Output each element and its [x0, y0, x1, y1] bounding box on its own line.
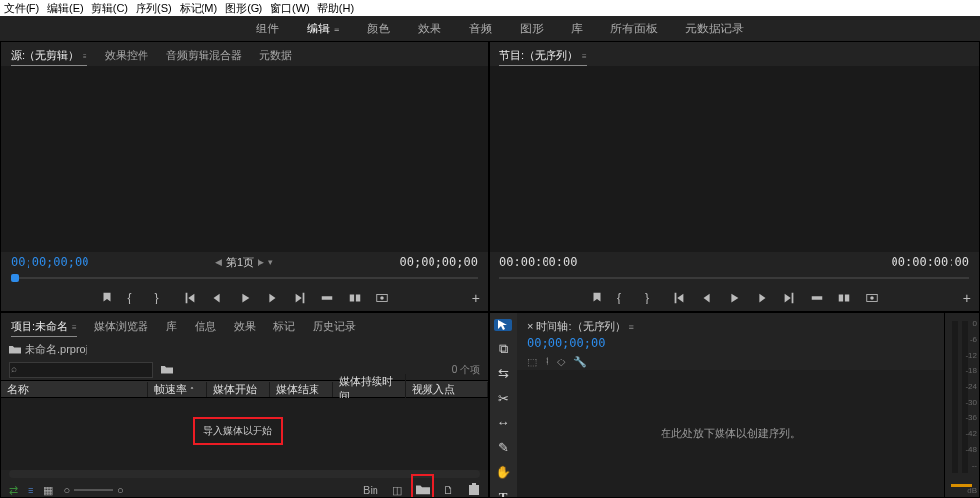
source-scrub-bar[interactable] — [1, 272, 488, 284]
chevron-right-icon[interactable]: ▶ — [258, 257, 264, 267]
tab-metadata[interactable]: 元数据 — [259, 48, 292, 63]
col-fps[interactable]: 帧速率 ˄ — [148, 382, 207, 397]
mark-in-icon[interactable]: { — [128, 291, 142, 304]
source-page-nav[interactable]: ◀ 第1页 ▶ ▾ — [215, 255, 273, 270]
overwrite-icon[interactable] — [348, 291, 362, 304]
ws-allpanels[interactable]: 所有面板 — [610, 21, 658, 37]
new-bin-icon[interactable] — [416, 483, 430, 497]
tab-effect-controls[interactable]: 效果控件 — [105, 48, 148, 63]
hamburger-icon[interactable]: ≡ — [582, 52, 587, 61]
tab-project[interactable]: 项目:未命名≡ — [11, 319, 77, 334]
menu-sequence[interactable]: 序列(S) — [136, 1, 172, 16]
ws-metadata[interactable]: 元数据记录 — [685, 21, 744, 37]
tab-source[interactable]: 源:（无剪辑）≡ — [11, 48, 87, 63]
source-viewport[interactable] — [1, 66, 488, 252]
play-icon[interactable] — [238, 291, 252, 304]
trash-icon[interactable] — [468, 482, 480, 498]
settings-wrench-icon[interactable]: 🔧 — [573, 356, 587, 368]
hamburger-icon[interactable]: ≡ — [629, 322, 634, 332]
track-select-tool-icon[interactable]: ⧉ — [494, 341, 512, 357]
go-in-icon[interactable] — [672, 291, 686, 304]
menu-graphics[interactable]: 图形(G) — [225, 1, 262, 16]
hamburger-icon[interactable]: ≡ — [83, 52, 87, 61]
type-tool-icon[interactable]: T — [494, 489, 512, 498]
marker-icon[interactable] — [590, 291, 604, 304]
menu-window[interactable]: 窗口(W) — [270, 1, 310, 16]
export-frame-icon[interactable] — [375, 291, 389, 304]
snap-icon[interactable]: ⬚ — [527, 356, 537, 368]
project-h-scrollbar[interactable] — [9, 470, 480, 478]
timeline-drop-area[interactable]: 在此处放下媒体以创建序列。 — [517, 370, 944, 497]
ws-audio[interactable]: 音频 — [469, 21, 492, 37]
ws-libraries[interactable]: 库 — [571, 21, 583, 37]
step-forward-icon[interactable] — [265, 291, 279, 304]
insert-icon[interactable] — [320, 291, 334, 304]
selection-tool-icon[interactable] — [494, 319, 512, 331]
ws-assembly[interactable]: 组件 — [256, 21, 279, 37]
chevron-down-icon[interactable]: ▾ — [268, 257, 273, 267]
pen-tool-icon[interactable]: ✎ — [494, 440, 512, 455]
menu-edit[interactable]: 编辑(E) — [47, 1, 84, 16]
ws-graphics[interactable]: 图形 — [520, 21, 544, 37]
menu-help[interactable]: 帮助(H) — [317, 1, 354, 16]
hand-tool-icon[interactable]: ✋ — [494, 465, 512, 479]
tab-history[interactable]: 历史记录 — [313, 319, 356, 334]
col-media-start[interactable]: 媒体开始 — [207, 382, 270, 397]
go-out-icon[interactable] — [293, 291, 307, 304]
menu-file[interactable]: 文件(F) — [4, 1, 39, 16]
ws-color[interactable]: 颜色 — [367, 21, 390, 37]
source-timecode-in[interactable]: 00;00;00;00 — [11, 255, 88, 269]
export-frame-icon[interactable] — [865, 291, 879, 304]
tab-media-browser[interactable]: 媒体浏览器 — [94, 319, 148, 334]
marker-icon[interactable] — [100, 291, 114, 304]
razor-tool-icon[interactable]: ✂ — [494, 391, 512, 406]
menu-clip[interactable]: 剪辑(C) — [91, 1, 128, 16]
chevron-left-icon[interactable]: ◀ — [215, 257, 222, 267]
extract-icon[interactable] — [837, 291, 851, 304]
add-button-icon[interactable]: + — [472, 290, 480, 305]
tab-audio-clip-mixer[interactable]: 音频剪辑混合器 — [166, 48, 242, 63]
go-in-icon[interactable] — [183, 291, 197, 304]
write-lock-icon[interactable]: ⇄ — [9, 484, 18, 497]
import-media-prompt[interactable]: 导入媒体以开始 — [193, 417, 283, 445]
step-forward-icon[interactable] — [755, 291, 769, 304]
tab-libraries[interactable]: 库 — [166, 319, 177, 334]
tab-info[interactable]: 信息 — [195, 319, 216, 334]
ws-effects[interactable]: 效果 — [418, 21, 441, 37]
program-timecode-in[interactable]: 00:00:00:00 — [499, 255, 577, 269]
step-back-icon[interactable] — [210, 291, 224, 304]
go-out-icon[interactable] — [782, 291, 796, 304]
freeform-view-icon[interactable]: ◫ — [392, 484, 402, 497]
ripple-tool-icon[interactable]: ⇆ — [494, 366, 512, 381]
ws-editing[interactable]: 编辑≡ — [307, 21, 339, 37]
icon-view-icon[interactable]: ▦ — [43, 484, 53, 497]
filter-bin-icon[interactable] — [161, 364, 173, 376]
playhead-icon[interactable] — [11, 274, 19, 282]
col-media-end[interactable]: 媒体结束 — [270, 382, 333, 397]
col-video-in[interactable]: 视频入点 — [406, 382, 488, 397]
mark-out-icon[interactable]: } — [155, 291, 169, 304]
link-icon[interactable]: ⌇ — [545, 356, 549, 368]
tab-effects[interactable]: 效果 — [234, 319, 256, 334]
mark-out-icon[interactable]: } — [645, 291, 659, 304]
timeline-timecode[interactable]: 00;00;00;00 — [527, 336, 934, 350]
step-back-icon[interactable] — [700, 291, 714, 304]
tab-program[interactable]: 节目:（无序列）≡ — [499, 48, 587, 63]
col-name[interactable]: 名称 — [1, 382, 148, 397]
slip-tool-icon[interactable]: ↔ — [494, 415, 512, 430]
play-icon[interactable] — [727, 291, 741, 304]
project-search-input[interactable] — [9, 362, 153, 378]
tab-markers[interactable]: 标记 — [273, 319, 295, 334]
timeline-title[interactable]: × 时间轴:（无序列） ≡ — [527, 319, 934, 334]
marker-toggle-icon[interactable]: ◇ — [557, 356, 565, 368]
new-item-icon[interactable]: 🗋 — [443, 484, 454, 496]
project-bin-area[interactable]: 导入媒体以开始 — [1, 398, 488, 470]
program-viewport[interactable] — [490, 66, 979, 252]
lift-icon[interactable] — [810, 291, 824, 304]
zoom-slider[interactable]: ○○ — [63, 484, 123, 496]
add-button-icon[interactable]: + — [963, 290, 971, 305]
menu-marker[interactable]: 标记(M) — [180, 1, 218, 16]
list-view-icon[interactable]: ≡ — [28, 484, 33, 496]
mark-in-icon[interactable]: { — [617, 291, 631, 304]
hamburger-icon[interactable]: ≡ — [334, 25, 339, 34]
